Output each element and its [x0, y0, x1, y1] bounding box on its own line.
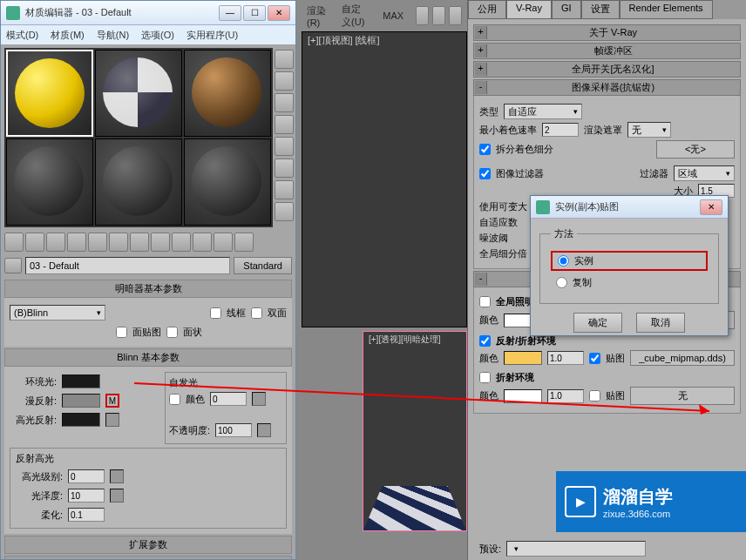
make-unique-btn[interactable]	[109, 233, 128, 252]
img-filter-checkbox[interactable]	[479, 168, 491, 179]
maximize-button[interactable]: ☐	[243, 5, 266, 21]
menu-nav[interactable]: 导航(N)	[97, 29, 129, 42]
opacity-spinner[interactable]: 100	[215, 423, 252, 437]
refl-map-button[interactable]: _cube_mipmap.dds)	[630, 350, 735, 366]
top-tool-1[interactable]	[416, 6, 429, 25]
put-library-btn[interactable]	[130, 233, 149, 252]
slot-2[interactable]	[95, 50, 182, 137]
faceted-checkbox[interactable]	[166, 327, 178, 338]
wire-checkbox[interactable]	[210, 307, 221, 319]
sample-type-btn[interactable]	[275, 50, 294, 69]
slot-5[interactable]	[95, 138, 182, 226]
refl-color-swatch[interactable]	[504, 351, 542, 365]
none-button[interactable]: <无>	[656, 140, 735, 159]
refr-env-checkbox[interactable]	[479, 372, 491, 383]
reset-btn[interactable]	[67, 233, 86, 252]
mat-id-btn[interactable]	[151, 233, 170, 252]
tab-common[interactable]: 公用	[468, 0, 506, 19]
slot-3[interactable]	[184, 50, 271, 137]
vr-sampler-header[interactable]: -图像采样器(抗锯齿)	[473, 79, 741, 96]
diffuse-swatch[interactable]	[62, 394, 100, 408]
assign-btn[interactable]	[46, 233, 65, 252]
menu-max[interactable]: MAX	[377, 9, 409, 23]
diffuse-map-button[interactable]: M	[105, 394, 119, 408]
menu-options[interactable]: 选项(O)	[141, 29, 174, 42]
viewport-top[interactable]: [+][顶视图] [线框]	[302, 31, 467, 327]
material-map-btn[interactable]	[275, 202, 294, 221]
background-btn[interactable]	[275, 93, 294, 112]
refl-env-checkbox[interactable]	[479, 335, 491, 347]
dialog-ok-button[interactable]: 确定	[573, 313, 622, 333]
menu-material[interactable]: 材质(M)	[51, 29, 85, 42]
dialog-cancel-button[interactable]: 取消	[636, 313, 685, 333]
glossiness-spinner[interactable]: 10	[68, 489, 105, 503]
menu-render[interactable]: 渲染(R)	[302, 3, 333, 30]
rollout-header-ss[interactable]: 超级采样	[4, 556, 292, 559]
sample-uv-btn[interactable]	[275, 115, 294, 134]
slot-6[interactable]	[184, 138, 271, 226]
top-tool-2[interactable]	[432, 6, 445, 25]
put-scene-btn[interactable]	[25, 233, 44, 252]
close-button[interactable]: ✕	[268, 5, 290, 21]
sampler-type-dropdown[interactable]: 自适应	[504, 104, 582, 119]
glossiness-map[interactable]	[110, 489, 124, 503]
show-map-btn[interactable]	[172, 233, 191, 252]
minimize-button[interactable]: —	[219, 5, 241, 21]
menu-custom[interactable]: 自定义(U)	[336, 1, 374, 30]
rollout-header-ext[interactable]: 扩展参数	[4, 536, 292, 554]
specular-swatch[interactable]	[62, 413, 100, 427]
copy-radio[interactable]	[556, 277, 567, 288]
refl-map-checkbox[interactable]	[589, 353, 600, 364]
refr-color-swatch[interactable]	[504, 389, 542, 403]
options-btn[interactable]	[275, 180, 294, 199]
opacity-map[interactable]	[257, 423, 271, 437]
render-mask-dropdown[interactable]: 无	[627, 122, 671, 138]
vr-framebuf-header[interactable]: +帧缓冲区	[473, 43, 741, 59]
viewport-perspective[interactable]: [+][透视][明暗处理]	[363, 331, 467, 531]
divide-checkbox[interactable]	[479, 144, 491, 155]
two-sided-checkbox[interactable]	[251, 307, 262, 319]
vr-about-header[interactable]: +关于 V-Ray	[473, 24, 741, 41]
rollout-header-shader[interactable]: 明暗器基本参数	[4, 280, 292, 298]
show-end-btn[interactable]	[193, 233, 212, 252]
refr-map-button[interactable]: 无	[630, 387, 735, 405]
soften-spinner[interactable]: 0.1	[68, 508, 105, 522]
preset-dropdown[interactable]	[506, 541, 646, 557]
filter-dropdown[interactable]: 区域	[674, 165, 735, 181]
copy-btn[interactable]	[88, 233, 107, 252]
go-sibling-btn[interactable]	[234, 233, 254, 252]
pick-btn[interactable]	[4, 258, 22, 273]
refl-mult-spinner[interactable]: 1.0	[547, 351, 584, 365]
dialog-close-button[interactable]: ✕	[700, 199, 722, 215]
specular-map-button[interactable]	[105, 413, 119, 427]
shader-dropdown[interactable]: (B)Blinn	[10, 305, 105, 320]
go-parent-btn[interactable]	[214, 233, 233, 252]
backlight-btn[interactable]	[275, 71, 294, 91]
tab-settings[interactable]: 设置	[581, 0, 620, 19]
slot-1[interactable]	[6, 50, 93, 137]
top-tool-3[interactable]	[449, 6, 462, 25]
self-illum-map[interactable]	[252, 392, 266, 406]
menu-util[interactable]: 实用程序(U)	[186, 29, 238, 42]
min-rate-spinner[interactable]: 2	[542, 123, 579, 137]
rollout-header-blinn[interactable]: Blinn 基本参数	[4, 348, 292, 367]
refr-map-checkbox[interactable]	[589, 390, 600, 401]
video-color-btn[interactable]	[275, 137, 294, 156]
vr-global-header[interactable]: +全局开关[无名汉化]	[473, 61, 741, 78]
self-illum-checkbox[interactable]	[169, 394, 180, 405]
refr-mult-spinner[interactable]: 1.0	[547, 389, 584, 403]
instance-radio[interactable]	[558, 255, 569, 267]
instance-radio-row[interactable]: 实例	[551, 251, 708, 271]
tab-vray[interactable]: V-Ray	[506, 0, 552, 19]
gi-env-checkbox[interactable]	[479, 296, 491, 307]
material-name-input[interactable]	[25, 257, 230, 274]
self-illum-spinner[interactable]: 0	[210, 392, 247, 406]
tab-gi[interactable]: GI	[552, 0, 581, 19]
material-type-button[interactable]: Standard	[234, 257, 292, 274]
ambient-swatch[interactable]	[62, 374, 100, 388]
get-material-btn[interactable]	[4, 233, 24, 252]
face-map-checkbox[interactable]	[116, 327, 127, 338]
tab-elements[interactable]: Render Elements	[620, 0, 713, 19]
slot-4[interactable]	[6, 138, 93, 226]
copy-radio-row[interactable]: 复制	[551, 274, 708, 291]
